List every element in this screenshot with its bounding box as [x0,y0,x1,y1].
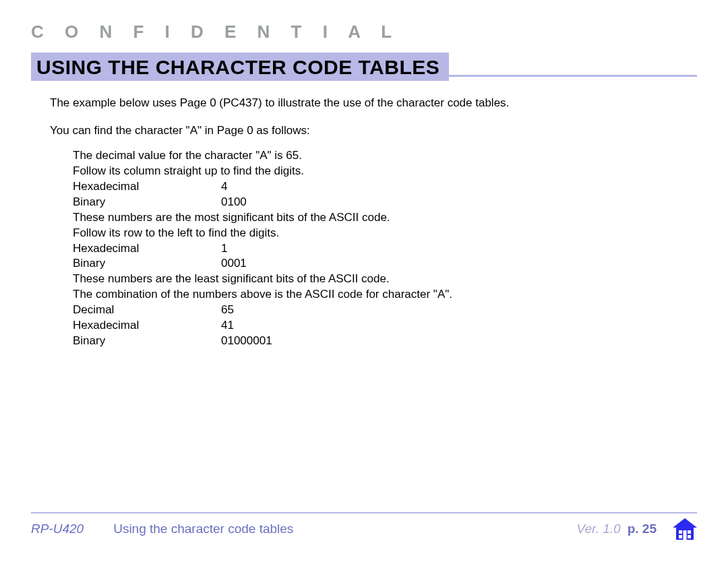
footer-section-title: Using the character code tables [113,522,293,536]
svg-rect-5 [684,530,687,540]
detail-line: Hexadecimal1 [73,241,688,257]
detail-line: Follow its column straight up to find th… [73,164,688,179]
detail-line: Binary01000001 [73,334,688,349]
intro-paragraph: The example below uses Page 0 (PC437) to… [50,96,688,111]
page-footer: RP-U420 Using the character code tables … [31,512,697,539]
details-block: The decimal value for the character "A" … [73,148,688,349]
home-icon[interactable] [673,518,697,540]
title-bar: USING THE CHARACTER CODE TABLES [31,53,697,81]
detail-line: Hexadecimal41 [73,318,688,334]
detail-line: Binary0001 [73,256,688,272]
sub-paragraph: You can find the character "A" in Page 0… [50,123,688,139]
title-highlight: USING THE CHARACTER CODE TABLES [31,53,449,81]
detail-line: Binary0100 [73,195,688,210]
footer-model: RP-U420 [31,522,84,536]
detail-line: The combination of the numbers above is … [73,287,688,303]
detail-line: Decimal65 [73,303,688,318]
footer-page-number: p. 25 [628,522,657,536]
detail-line: The decimal value for the character "A" … [73,148,688,164]
svg-rect-4 [688,535,691,538]
svg-rect-1 [679,530,682,534]
svg-rect-2 [688,530,691,534]
detail-line: These numbers are the least significant … [73,272,688,287]
detail-line: These numbers are the most significant b… [73,210,688,226]
title-rule [449,53,697,81]
footer-version: Ver. 1.0 [577,522,621,536]
detail-line: Hexadecimal4 [73,179,688,195]
svg-rect-3 [679,535,682,538]
content-body: The example below uses Page 0 (PC437) to… [50,96,688,349]
page-title: USING THE CHARACTER CODE TABLES [36,56,439,79]
detail-line: Follow its row to the left to find the d… [73,226,688,241]
confidential-watermark: C O N F I D E N T I A L [31,22,400,42]
